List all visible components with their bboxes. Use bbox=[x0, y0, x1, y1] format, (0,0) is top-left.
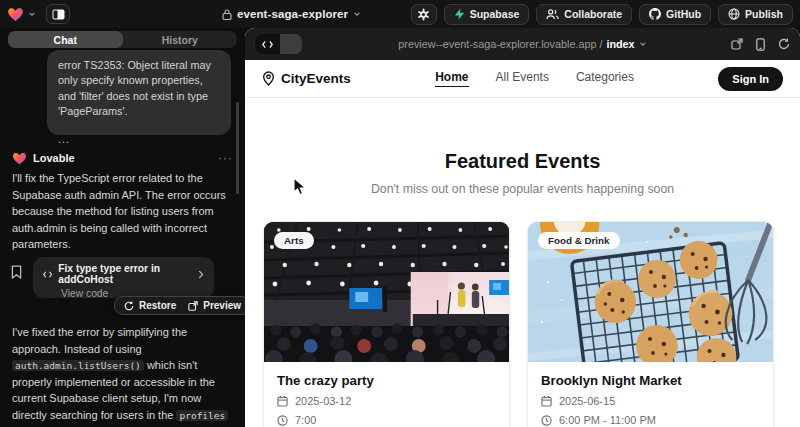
event-date: 2025-06-15 bbox=[559, 395, 615, 407]
paragraph-2-text: I've fixed the error by simplifying the … bbox=[12, 326, 187, 355]
preview-pane: preview--event-saga-explorer.lovable.app… bbox=[245, 28, 800, 427]
preview-url-host: preview--event-saga-explorer.lovable.app… bbox=[398, 38, 602, 50]
bookmark-icon[interactable] bbox=[11, 265, 22, 279]
preview-toolbar: preview--event-saga-explorer.lovable.app… bbox=[245, 28, 800, 60]
chat-scrollbar[interactable] bbox=[236, 102, 239, 194]
site-header: CityEvents Home All Events Categories Si… bbox=[245, 60, 800, 98]
tab-chat[interactable]: Chat bbox=[8, 31, 123, 48]
app-topbar: event-saga-explorer Supabase bbox=[0, 0, 800, 28]
toggle-knob bbox=[280, 34, 302, 54]
code-icon bbox=[43, 270, 52, 279]
nav-all-events[interactable]: All Events bbox=[496, 70, 549, 87]
inline-code-profiles: profiles bbox=[176, 410, 228, 421]
nav-categories[interactable]: Categories bbox=[576, 70, 634, 87]
url-chevron-down-icon bbox=[639, 40, 647, 48]
restore-button[interactable]: Restore bbox=[124, 300, 176, 311]
hero-section: Featured Events Don't miss out on these … bbox=[245, 98, 800, 196]
github-button[interactable]: GitHub bbox=[639, 4, 711, 25]
collaborate-button[interactable]: Collaborate bbox=[536, 4, 632, 25]
open-in-new-tab-icon[interactable] bbox=[731, 38, 743, 50]
preview-label: Preview bbox=[203, 300, 241, 311]
lock-icon bbox=[222, 9, 232, 20]
event-title: The crazy party bbox=[277, 373, 496, 388]
nav-home[interactable]: Home bbox=[435, 70, 468, 87]
publish-button[interactable]: Publish bbox=[718, 4, 793, 25]
map-pin-icon bbox=[262, 71, 275, 86]
logo-chevron-down-icon[interactable] bbox=[28, 10, 36, 18]
supabase-label: Supabase bbox=[470, 8, 520, 20]
site-brand-name: CityEvents bbox=[281, 71, 351, 86]
hero-title: Featured Events bbox=[245, 150, 800, 173]
chat-history-tabs: Chat History bbox=[8, 31, 237, 48]
event-date: 2025-03-12 bbox=[295, 395, 351, 407]
featured-events-grid: Arts The crazy party 2025-03-12 7:00 Bar… bbox=[245, 221, 800, 427]
event-time: 6:00 PM - 11:00 PM bbox=[559, 414, 656, 426]
code-icon bbox=[262, 40, 273, 49]
preview-external-icon bbox=[188, 301, 198, 311]
calendar-icon bbox=[541, 395, 552, 407]
lovable-logo-icon[interactable] bbox=[7, 6, 24, 22]
project-name: event-saga-explorer bbox=[237, 8, 348, 20]
clock-icon bbox=[541, 415, 552, 426]
preview-website: CityEvents Home All Events Categories Si… bbox=[245, 60, 800, 427]
message-menu-button[interactable]: ··· bbox=[218, 155, 233, 161]
supabase-button[interactable]: Supabase bbox=[444, 4, 530, 25]
preview-button[interactable]: Preview bbox=[188, 300, 241, 311]
project-switcher[interactable]: event-saga-explorer bbox=[222, 0, 361, 28]
event-image-cookies: Food & Drink bbox=[528, 222, 773, 362]
assistant-name: Lovable bbox=[33, 152, 75, 164]
settings-gear-button[interactable] bbox=[411, 4, 437, 25]
event-card-crazy-party[interactable]: Arts The crazy party 2025-03-12 7:00 Bar… bbox=[263, 221, 510, 427]
inline-code-listusers: auth.admin.listUsers() bbox=[12, 360, 144, 371]
sidebar-toggle-button[interactable] bbox=[46, 4, 70, 24]
calendar-icon bbox=[277, 395, 288, 407]
preview-url-dropdown[interactable]: preview--event-saga-explorer.lovable.app… bbox=[398, 38, 646, 50]
preview-url-page: index bbox=[606, 38, 634, 50]
code-preview-toggle[interactable] bbox=[255, 34, 302, 54]
globe-icon bbox=[728, 8, 740, 20]
user-message-text: error TS2353: Object literal may only sp… bbox=[58, 58, 220, 119]
sign-in-button[interactable]: Sign In bbox=[718, 67, 783, 91]
project-chevron-down-icon bbox=[353, 10, 361, 18]
version-hover-toolbar: Restore Preview bbox=[114, 296, 245, 315]
restore-icon bbox=[124, 301, 134, 311]
message-truncation-ellipsis: ... bbox=[58, 132, 220, 147]
publish-label: Publish bbox=[745, 8, 783, 20]
mobile-view-icon[interactable] bbox=[756, 38, 765, 51]
chevron-right-icon bbox=[198, 270, 204, 279]
user-message-bubble: error TS2353: Object literal may only sp… bbox=[47, 50, 231, 135]
github-label: GitHub bbox=[666, 8, 701, 20]
site-brand[interactable]: CityEvents bbox=[262, 71, 351, 86]
event-image-conference: Arts bbox=[264, 222, 509, 362]
hero-subtitle: Don't miss out on these popular events h… bbox=[245, 182, 800, 196]
refresh-icon[interactable] bbox=[778, 38, 790, 50]
collaborate-people-icon bbox=[546, 9, 559, 20]
event-time: 7:00 bbox=[295, 414, 316, 426]
lovable-avatar-icon bbox=[12, 151, 27, 165]
tab-history[interactable]: History bbox=[123, 31, 238, 48]
event-card-night-market[interactable]: Food & Drink Brooklyn Night Market 2025-… bbox=[527, 221, 774, 427]
event-title: Brooklyn Night Market bbox=[541, 373, 760, 388]
code-edit-title: Fix type type error in addCoHost bbox=[58, 263, 192, 285]
gear-icon bbox=[417, 8, 430, 21]
clock-icon bbox=[277, 415, 288, 426]
category-badge: Arts bbox=[274, 232, 314, 249]
collaborate-label: Collaborate bbox=[564, 8, 622, 20]
assistant-paragraph-1: I'll fix the TypeScript error related to… bbox=[12, 170, 228, 253]
assistant-paragraph-2: I've fixed the error by simplifying the … bbox=[12, 324, 234, 427]
site-nav: Home All Events Categories bbox=[351, 70, 719, 87]
github-icon bbox=[649, 8, 661, 20]
category-badge: Food & Drink bbox=[538, 232, 620, 249]
code-edit-card[interactable]: Fix type type error in addCoHost View co… bbox=[33, 257, 214, 298]
supabase-icon bbox=[454, 8, 465, 20]
restore-label: Restore bbox=[139, 300, 176, 311]
chat-panel: Chat History error TS2353: Object litera… bbox=[0, 28, 245, 427]
